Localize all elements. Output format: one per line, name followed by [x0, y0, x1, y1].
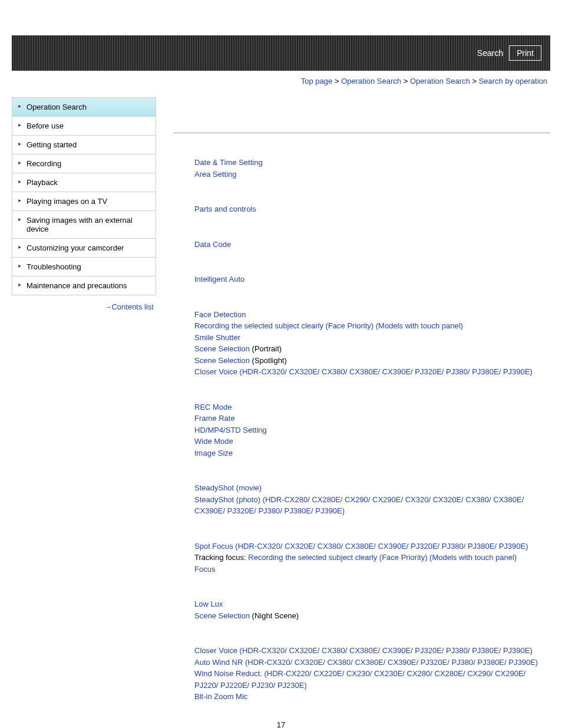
- section-intelligent: Intelligent Auto: [194, 274, 550, 285]
- sidebar-item-playing-images-tv[interactable]: Playing images on a TV: [12, 192, 156, 211]
- sidebar-item-troubleshooting[interactable]: Troubleshooting: [12, 258, 156, 276]
- contents-list-wrap: →Contents list: [12, 295, 156, 311]
- link-wide-mode[interactable]: Wide Mode: [194, 437, 233, 446]
- sidebar-item-getting-started[interactable]: Getting started: [12, 136, 156, 154]
- main-content: Date & Time Setting Area Setting Parts a…: [156, 97, 550, 703]
- sidebar-list: Operation Search Before use Getting star…: [12, 97, 156, 295]
- sidebar-item-operation-search[interactable]: Operation Search: [12, 98, 156, 117]
- sidebar-item-playback[interactable]: Playback: [12, 173, 156, 192]
- section-lowlux: Low Lux Scene Selection (Night Scene): [194, 598, 550, 621]
- link-scene-portrait[interactable]: Scene Selection: [194, 344, 250, 353]
- link-date-time[interactable]: Date & Time Setting: [194, 158, 263, 167]
- link-closer-voice-2[interactable]: Closer Voice (HDR-CX320/ CX320E/ CX380/ …: [194, 646, 533, 655]
- link-focus[interactable]: Focus: [194, 565, 215, 574]
- breadcrumb-link[interactable]: Search by operation: [479, 77, 547, 85]
- section-focus: Spot Focus (HDR-CX320/ CX320E/ CX380/ CX…: [194, 541, 550, 575]
- link-area-setting[interactable]: Area Setting: [194, 170, 237, 179]
- link-parts-controls[interactable]: Parts and controls: [194, 205, 256, 213]
- link-steadyshot-movie[interactable]: SteadyShot (movie): [194, 483, 262, 492]
- link-frame-rate[interactable]: Frame Rate: [194, 414, 235, 423]
- text-night-scene: (Night Scene): [250, 611, 299, 620]
- link-blt-zoom-mic[interactable]: Blt-in Zoom Mic: [194, 692, 247, 701]
- section-datetime: Date & Time Setting Area Setting: [194, 157, 550, 180]
- link-closer-voice[interactable]: Closer Voice (HDR-CX320/ CX320E/ CX380/ …: [194, 367, 533, 376]
- link-face-detection[interactable]: Face Detection: [194, 310, 246, 319]
- link-wind-noise-reduct[interactable]: Wind Noise Reduct. (HDR-CX220/ CX220E/ C…: [194, 669, 525, 690]
- section-parts: Parts and controls: [194, 203, 550, 215]
- text-tracking-focus: Tracking focus:: [194, 553, 248, 562]
- text-portrait: (Portrait): [250, 344, 282, 353]
- link-scene-night[interactable]: Scene Selection: [194, 611, 250, 620]
- contents-list-link[interactable]: Contents list: [111, 302, 154, 311]
- sidebar-item-customizing[interactable]: Customizing your camcorder: [12, 239, 156, 258]
- print-button[interactable]: Print: [509, 45, 541, 61]
- sidebar-item-recording[interactable]: Recording: [12, 154, 156, 173]
- breadcrumb-link[interactable]: Operation Search: [410, 77, 470, 85]
- link-image-size[interactable]: Image Size: [194, 449, 233, 457]
- section-steadyshot: SteadyShot (movie) SteadyShot (photo) (H…: [194, 482, 550, 517]
- header-bar: Search Print: [12, 35, 550, 71]
- section-face: Face Detection Recording the selected su…: [194, 309, 550, 378]
- link-face-priority[interactable]: Recording the selected subject clearly (…: [194, 321, 463, 330]
- page-number: 17: [0, 703, 562, 729]
- sidebar: Operation Search Before use Getting star…: [12, 97, 156, 703]
- divider: [174, 133, 550, 133]
- sidebar-item-maintenance[interactable]: Maintenance and precautions: [12, 276, 156, 295]
- breadcrumb-link[interactable]: Operation Search: [341, 77, 401, 85]
- link-tracking-focus[interactable]: Recording the selected subject clearly (…: [248, 553, 517, 562]
- breadcrumb: Top page > Operation Search > Operation …: [0, 71, 562, 97]
- breadcrumb-sep: >: [472, 77, 477, 85]
- link-auto-wind-nr[interactable]: Auto Wind NR (HDR-CX320/ CX320E/ CX380/ …: [194, 658, 538, 667]
- search-button[interactable]: Search: [477, 48, 503, 58]
- link-steadyshot-photo[interactable]: SteadyShot (photo) (HDR-CX280/ CX280E/ C…: [194, 495, 524, 516]
- link-data-code[interactable]: Data Code: [194, 240, 231, 249]
- sidebar-item-before-use[interactable]: Before use: [12, 117, 156, 136]
- link-spot-focus[interactable]: Spot Focus (HDR-CX320/ CX320E/ CX380/ CX…: [194, 542, 528, 551]
- breadcrumb-sep: >: [404, 77, 408, 85]
- section-audio: Closer Voice (HDR-CX320/ CX320E/ CX380/ …: [194, 645, 550, 703]
- link-scene-spotlight[interactable]: Scene Selection: [194, 356, 250, 365]
- link-intelligent-auto[interactable]: Intelligent Auto: [194, 275, 244, 284]
- link-low-lux[interactable]: Low Lux: [194, 599, 223, 608]
- sidebar-item-saving-images[interactable]: Saving images with an external device: [12, 211, 156, 239]
- arrow-icon: →: [104, 302, 111, 311]
- breadcrumb-sep: >: [335, 77, 339, 85]
- breadcrumb-link[interactable]: Top page: [301, 77, 333, 85]
- link-rec-mode[interactable]: REC Mode: [194, 403, 232, 411]
- section-datacode: Data Code: [194, 239, 550, 251]
- link-smile-shutter[interactable]: Smile Shutter: [194, 333, 240, 342]
- link-hd-mp4-std[interactable]: HD/MP4/STD Setting: [194, 426, 267, 434]
- text-spotlight: (Spotlight): [250, 356, 287, 365]
- section-rec: REC Mode Frame Rate HD/MP4/STD Setting W…: [194, 401, 550, 459]
